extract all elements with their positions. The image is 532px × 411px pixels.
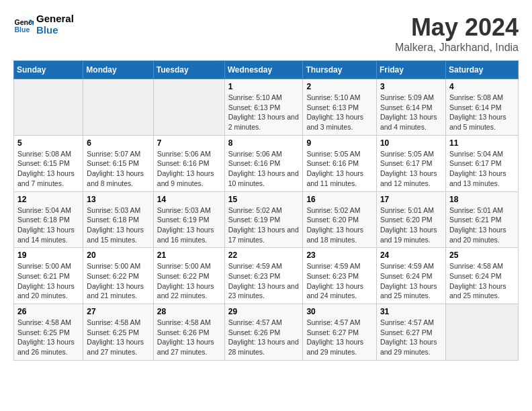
day-number: 25	[449, 250, 515, 260]
page-title: May 2024	[395, 13, 519, 42]
day-info: Sunrise: 5:02 AMSunset: 6:19 PMDaylight:…	[228, 205, 300, 245]
calendar-cell: 1Sunrise: 5:10 AMSunset: 6:13 PMDaylight…	[224, 79, 303, 136]
day-number: 16	[306, 195, 373, 204]
calendar-week-row: 26Sunrise: 4:58 AMSunset: 6:25 PMDayligh…	[14, 304, 519, 361]
calendar-cell: 12Sunrise: 5:04 AMSunset: 6:18 PMDayligh…	[14, 191, 83, 248]
day-number: 23	[306, 250, 373, 260]
title-area: May 2024 Malkera, Jharkhand, India	[395, 13, 519, 54]
day-info: Sunrise: 4:59 AMSunset: 6:23 PMDaylight:…	[228, 261, 300, 301]
day-number: 24	[380, 250, 442, 260]
day-info: Sunrise: 4:57 AMSunset: 6:26 PMDaylight:…	[228, 318, 300, 357]
calendar-cell: 4Sunrise: 5:08 AMSunset: 6:14 PMDaylight…	[445, 79, 518, 136]
calendar-cell	[14, 79, 83, 136]
calendar-cell: 24Sunrise: 4:59 AMSunset: 6:24 PMDayligh…	[376, 248, 445, 304]
day-number: 17	[380, 195, 442, 204]
day-info: Sunrise: 4:58 AMSunset: 6:25 PMDaylight:…	[17, 318, 79, 357]
header-saturday: Saturday	[445, 61, 518, 79]
calendar-cell: 31Sunrise: 4:57 AMSunset: 6:27 PMDayligh…	[376, 304, 445, 361]
svg-text:Blue: Blue	[15, 25, 30, 33]
day-info: Sunrise: 5:02 AMSunset: 6:20 PMDaylight:…	[306, 205, 373, 245]
day-info: Sunrise: 5:01 AMSunset: 6:21 PMDaylight:…	[449, 205, 515, 245]
day-info: Sunrise: 5:04 AMSunset: 6:18 PMDaylight:…	[17, 205, 79, 245]
header-sunday: Sunday	[14, 61, 83, 79]
day-number: 13	[87, 195, 149, 204]
day-number: 5	[17, 138, 79, 148]
day-number: 6	[87, 138, 149, 148]
calendar-cell: 28Sunrise: 4:58 AMSunset: 6:26 PMDayligh…	[153, 304, 224, 361]
day-number: 30	[306, 307, 373, 316]
day-info: Sunrise: 4:57 AMSunset: 6:27 PMDaylight:…	[306, 318, 373, 357]
calendar-cell: 18Sunrise: 5:01 AMSunset: 6:21 PMDayligh…	[445, 191, 518, 248]
calendar-cell	[153, 79, 224, 136]
logo: General Blue General Blue	[13, 13, 74, 36]
calendar-cell: 16Sunrise: 5:02 AMSunset: 6:20 PMDayligh…	[303, 191, 377, 248]
day-info: Sunrise: 5:00 AMSunset: 6:22 PMDaylight:…	[157, 261, 221, 301]
calendar-cell: 7Sunrise: 5:06 AMSunset: 6:16 PMDaylight…	[153, 135, 224, 191]
day-number: 29	[228, 307, 300, 316]
calendar-cell: 6Sunrise: 5:07 AMSunset: 6:15 PMDaylight…	[83, 135, 153, 191]
day-info: Sunrise: 4:57 AMSunset: 6:27 PMDaylight:…	[380, 318, 442, 357]
day-number: 27	[87, 307, 149, 316]
calendar-header-row: SundayMondayTuesdayWednesdayThursdayFrid…	[14, 61, 519, 79]
header-tuesday: Tuesday	[153, 61, 224, 79]
calendar-cell: 25Sunrise: 4:58 AMSunset: 6:24 PMDayligh…	[445, 248, 518, 304]
day-number: 1	[228, 82, 300, 91]
day-info: Sunrise: 5:00 AMSunset: 6:21 PMDaylight:…	[17, 261, 79, 301]
day-number: 10	[380, 138, 442, 148]
day-info: Sunrise: 5:07 AMSunset: 6:15 PMDaylight:…	[87, 149, 149, 189]
header-monday: Monday	[83, 61, 153, 79]
day-number: 12	[17, 195, 79, 204]
day-info: Sunrise: 5:08 AMSunset: 6:15 PMDaylight:…	[17, 149, 79, 189]
day-number: 20	[87, 250, 149, 260]
calendar-cell	[445, 304, 518, 361]
day-info: Sunrise: 5:06 AMSunset: 6:16 PMDaylight:…	[228, 149, 300, 189]
day-number: 2	[306, 82, 373, 91]
calendar-cell	[83, 79, 153, 136]
day-info: Sunrise: 5:08 AMSunset: 6:14 PMDaylight:…	[449, 93, 515, 132]
calendar-week-row: 12Sunrise: 5:04 AMSunset: 6:18 PMDayligh…	[14, 191, 519, 248]
calendar-cell: 19Sunrise: 5:00 AMSunset: 6:21 PMDayligh…	[14, 248, 83, 304]
calendar-cell: 9Sunrise: 5:05 AMSunset: 6:16 PMDaylight…	[303, 135, 377, 191]
calendar-cell: 23Sunrise: 4:59 AMSunset: 6:23 PMDayligh…	[303, 248, 377, 304]
calendar-cell: 26Sunrise: 4:58 AMSunset: 6:25 PMDayligh…	[14, 304, 83, 361]
calendar-cell: 21Sunrise: 5:00 AMSunset: 6:22 PMDayligh…	[153, 248, 224, 304]
calendar-cell: 3Sunrise: 5:09 AMSunset: 6:14 PMDaylight…	[376, 79, 445, 136]
day-info: Sunrise: 5:05 AMSunset: 6:16 PMDaylight:…	[306, 149, 373, 189]
header-wednesday: Wednesday	[224, 61, 303, 79]
day-number: 21	[157, 250, 221, 260]
calendar-cell: 2Sunrise: 5:10 AMSunset: 6:13 PMDaylight…	[303, 79, 377, 136]
day-info: Sunrise: 5:01 AMSunset: 6:20 PMDaylight:…	[380, 205, 442, 245]
day-info: Sunrise: 5:10 AMSunset: 6:13 PMDaylight:…	[306, 93, 373, 132]
day-number: 9	[306, 138, 373, 148]
day-number: 3	[380, 82, 442, 91]
page-subtitle: Malkera, Jharkhand, India	[395, 42, 519, 54]
calendar-cell: 14Sunrise: 5:03 AMSunset: 6:19 PMDayligh…	[153, 191, 224, 248]
calendar-week-row: 5Sunrise: 5:08 AMSunset: 6:15 PMDaylight…	[14, 135, 519, 191]
day-info: Sunrise: 5:00 AMSunset: 6:22 PMDaylight:…	[87, 261, 149, 301]
calendar-cell: 15Sunrise: 5:02 AMSunset: 6:19 PMDayligh…	[224, 191, 303, 248]
day-number: 15	[228, 195, 300, 204]
day-number: 18	[449, 195, 515, 204]
calendar-cell: 20Sunrise: 5:00 AMSunset: 6:22 PMDayligh…	[83, 248, 153, 304]
day-number: 26	[17, 307, 79, 316]
day-number: 4	[449, 82, 515, 91]
calendar-cell: 10Sunrise: 5:05 AMSunset: 6:17 PMDayligh…	[376, 135, 445, 191]
calendar-cell: 22Sunrise: 4:59 AMSunset: 6:23 PMDayligh…	[224, 248, 303, 304]
day-number: 7	[157, 138, 221, 148]
calendar-cell: 8Sunrise: 5:06 AMSunset: 6:16 PMDaylight…	[224, 135, 303, 191]
calendar-cell: 17Sunrise: 5:01 AMSunset: 6:20 PMDayligh…	[376, 191, 445, 248]
day-number: 14	[157, 195, 221, 204]
calendar-cell: 5Sunrise: 5:08 AMSunset: 6:15 PMDaylight…	[14, 135, 83, 191]
header: General Blue General Blue May 2024 Malke…	[13, 13, 519, 54]
calendar-cell: 27Sunrise: 4:58 AMSunset: 6:25 PMDayligh…	[83, 304, 153, 361]
day-info: Sunrise: 5:05 AMSunset: 6:17 PMDaylight:…	[380, 149, 442, 189]
day-number: 11	[449, 138, 515, 148]
calendar-week-row: 19Sunrise: 5:00 AMSunset: 6:21 PMDayligh…	[14, 248, 519, 304]
day-info: Sunrise: 5:09 AMSunset: 6:14 PMDaylight:…	[380, 93, 442, 132]
day-info: Sunrise: 4:59 AMSunset: 6:24 PMDaylight:…	[380, 261, 442, 301]
day-info: Sunrise: 4:59 AMSunset: 6:23 PMDaylight:…	[306, 261, 373, 301]
calendar-cell: 30Sunrise: 4:57 AMSunset: 6:27 PMDayligh…	[303, 304, 377, 361]
header-friday: Friday	[376, 61, 445, 79]
day-info: Sunrise: 5:03 AMSunset: 6:18 PMDaylight:…	[87, 205, 149, 245]
day-info: Sunrise: 4:58 AMSunset: 6:25 PMDaylight:…	[87, 318, 149, 357]
